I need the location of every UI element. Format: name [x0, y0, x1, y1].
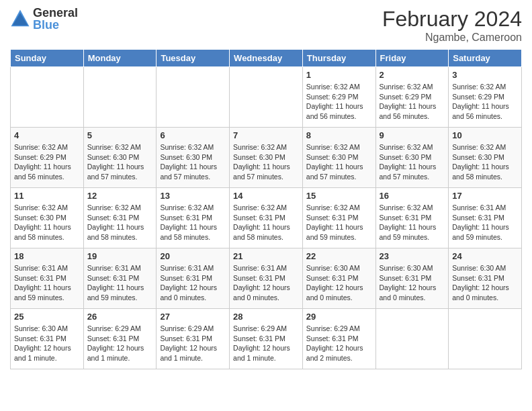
calendar-cell: 11Sunrise: 6:32 AM Sunset: 6:30 PM Dayli… [11, 188, 84, 248]
day-number: 3 [452, 70, 518, 80]
calendar-cell: 14Sunrise: 6:32 AM Sunset: 6:31 PM Dayli… [230, 188, 303, 248]
day-info: Sunrise: 6:31 AM Sunset: 6:31 PM Dayligh… [87, 263, 153, 303]
day-number: 6 [160, 130, 226, 140]
day-number: 24 [452, 251, 518, 261]
day-info: Sunrise: 6:32 AM Sunset: 6:29 PM Dayligh… [452, 82, 518, 122]
column-header-sunday: Sunday [11, 50, 84, 67]
calendar-cell: 23Sunrise: 6:30 AM Sunset: 6:31 PM Dayli… [375, 248, 449, 309]
day-number: 8 [306, 130, 372, 140]
column-header-saturday: Saturday [449, 50, 522, 67]
calendar-cell: 16Sunrise: 6:32 AM Sunset: 6:31 PM Dayli… [375, 188, 449, 248]
calendar-cell: 3Sunrise: 6:32 AM Sunset: 6:29 PM Daylig… [449, 67, 522, 128]
day-number: 29 [306, 312, 372, 322]
calendar-cell: 2Sunrise: 6:32 AM Sunset: 6:29 PM Daylig… [375, 67, 449, 128]
calendar-cell: 6Sunrise: 6:32 AM Sunset: 6:30 PM Daylig… [157, 128, 230, 188]
day-number: 15 [306, 191, 372, 201]
day-number: 22 [306, 251, 372, 261]
calendar-cell: 27Sunrise: 6:29 AM Sunset: 6:31 PM Dayli… [157, 309, 230, 369]
calendar-cell: 26Sunrise: 6:29 AM Sunset: 6:31 PM Dayli… [83, 309, 157, 369]
day-info: Sunrise: 6:30 AM Sunset: 6:31 PM Dayligh… [306, 263, 372, 303]
day-info: Sunrise: 6:30 AM Sunset: 6:31 PM Dayligh… [452, 263, 518, 303]
calendar-body: 1Sunrise: 6:32 AM Sunset: 6:29 PM Daylig… [11, 67, 522, 369]
header-row: SundayMondayTuesdayWednesdayThursdayFrid… [11, 50, 522, 67]
day-info: Sunrise: 6:32 AM Sunset: 6:31 PM Dayligh… [160, 203, 226, 242]
day-info: Sunrise: 6:32 AM Sunset: 6:29 PM Dayligh… [380, 82, 445, 122]
calendar-cell [157, 67, 230, 128]
column-header-monday: Monday [83, 50, 157, 67]
day-number: 7 [233, 130, 299, 140]
week-row-1: 1Sunrise: 6:32 AM Sunset: 6:29 PM Daylig… [11, 67, 522, 128]
calendar-cell: 10Sunrise: 6:32 AM Sunset: 6:30 PM Dayli… [449, 128, 522, 188]
day-number: 27 [160, 312, 226, 322]
logo-line1: General [33, 7, 78, 19]
day-info: Sunrise: 6:30 AM Sunset: 6:31 PM Dayligh… [380, 263, 445, 303]
calendar-cell: 1Sunrise: 6:32 AM Sunset: 6:29 PM Daylig… [302, 67, 375, 128]
column-header-tuesday: Tuesday [157, 50, 230, 67]
calendar-cell [230, 67, 303, 128]
day-number: 4 [14, 130, 80, 140]
day-number: 9 [380, 130, 445, 140]
day-info: Sunrise: 6:32 AM Sunset: 6:30 PM Dayligh… [14, 203, 80, 242]
page-title: February 2024 [382, 7, 522, 32]
day-info: Sunrise: 6:29 AM Sunset: 6:31 PM Dayligh… [87, 324, 153, 363]
calendar-cell: 4Sunrise: 6:32 AM Sunset: 6:29 PM Daylig… [11, 128, 84, 188]
day-number: 11 [14, 191, 80, 201]
day-info: Sunrise: 6:32 AM Sunset: 6:30 PM Dayligh… [452, 142, 518, 182]
logo-line2: Blue [33, 19, 78, 31]
calendar-cell [11, 67, 84, 128]
day-info: Sunrise: 6:32 AM Sunset: 6:31 PM Dayligh… [380, 203, 445, 242]
calendar-cell [449, 309, 522, 369]
calendar-cell: 19Sunrise: 6:31 AM Sunset: 6:31 PM Dayli… [83, 248, 157, 309]
day-number: 17 [452, 191, 518, 201]
column-header-wednesday: Wednesday [230, 50, 303, 67]
week-row-2: 4Sunrise: 6:32 AM Sunset: 6:29 PM Daylig… [11, 128, 522, 188]
day-number: 14 [233, 191, 299, 201]
calendar-table: SundayMondayTuesdayWednesdayThursdayFrid… [10, 49, 522, 369]
week-row-5: 25Sunrise: 6:30 AM Sunset: 6:31 PM Dayli… [11, 309, 522, 369]
day-info: Sunrise: 6:32 AM Sunset: 6:29 PM Dayligh… [306, 82, 372, 122]
calendar-cell: 20Sunrise: 6:31 AM Sunset: 6:31 PM Dayli… [157, 248, 230, 309]
day-info: Sunrise: 6:31 AM Sunset: 6:31 PM Dayligh… [233, 263, 299, 303]
day-number: 21 [233, 251, 299, 261]
day-info: Sunrise: 6:31 AM Sunset: 6:31 PM Dayligh… [160, 263, 226, 303]
day-info: Sunrise: 6:32 AM Sunset: 6:30 PM Dayligh… [233, 142, 299, 182]
day-info: Sunrise: 6:31 AM Sunset: 6:31 PM Dayligh… [452, 203, 518, 242]
day-number: 18 [14, 251, 80, 261]
day-number: 16 [380, 191, 445, 201]
calendar-cell [83, 67, 157, 128]
calendar-header: SundayMondayTuesdayWednesdayThursdayFrid… [11, 50, 522, 67]
calendar-cell: 12Sunrise: 6:32 AM Sunset: 6:31 PM Dayli… [83, 188, 157, 248]
column-header-friday: Friday [375, 50, 449, 67]
day-number: 20 [160, 251, 226, 261]
calendar-cell: 18Sunrise: 6:31 AM Sunset: 6:31 PM Dayli… [11, 248, 84, 309]
day-info: Sunrise: 6:32 AM Sunset: 6:30 PM Dayligh… [380, 142, 445, 182]
day-info: Sunrise: 6:32 AM Sunset: 6:29 PM Dayligh… [14, 142, 80, 182]
calendar-cell: 24Sunrise: 6:30 AM Sunset: 6:31 PM Dayli… [449, 248, 522, 309]
day-info: Sunrise: 6:30 AM Sunset: 6:31 PM Dayligh… [14, 324, 80, 363]
logo-text: General Blue [33, 7, 78, 31]
calendar-cell [375, 309, 449, 369]
calendar-cell: 13Sunrise: 6:32 AM Sunset: 6:31 PM Dayli… [157, 188, 230, 248]
page-subtitle: Ngambe, Cameroon [382, 32, 522, 44]
day-info: Sunrise: 6:29 AM Sunset: 6:31 PM Dayligh… [160, 324, 226, 363]
svg-marker-1 [13, 13, 28, 26]
day-info: Sunrise: 6:32 AM Sunset: 6:30 PM Dayligh… [87, 142, 153, 182]
day-number: 10 [452, 130, 518, 140]
calendar-cell: 5Sunrise: 6:32 AM Sunset: 6:30 PM Daylig… [83, 128, 157, 188]
day-info: Sunrise: 6:32 AM Sunset: 6:30 PM Dayligh… [306, 142, 372, 182]
day-info: Sunrise: 6:32 AM Sunset: 6:31 PM Dayligh… [233, 203, 299, 242]
day-number: 25 [14, 312, 80, 322]
week-row-3: 11Sunrise: 6:32 AM Sunset: 6:30 PM Dayli… [11, 188, 522, 248]
day-number: 5 [87, 130, 153, 140]
calendar-cell: 28Sunrise: 6:29 AM Sunset: 6:31 PM Dayli… [230, 309, 303, 369]
day-number: 13 [160, 191, 226, 201]
calendar-cell: 8Sunrise: 6:32 AM Sunset: 6:30 PM Daylig… [302, 128, 375, 188]
day-number: 2 [380, 70, 445, 80]
calendar-cell: 29Sunrise: 6:29 AM Sunset: 6:31 PM Dayli… [302, 309, 375, 369]
calendar-cell: 25Sunrise: 6:30 AM Sunset: 6:31 PM Dayli… [11, 309, 84, 369]
day-info: Sunrise: 6:32 AM Sunset: 6:31 PM Dayligh… [87, 203, 153, 242]
day-info: Sunrise: 6:29 AM Sunset: 6:31 PM Dayligh… [233, 324, 299, 363]
calendar-cell: 15Sunrise: 6:32 AM Sunset: 6:31 PM Dayli… [302, 188, 375, 248]
calendar-cell: 7Sunrise: 6:32 AM Sunset: 6:30 PM Daylig… [230, 128, 303, 188]
day-number: 23 [380, 251, 445, 261]
